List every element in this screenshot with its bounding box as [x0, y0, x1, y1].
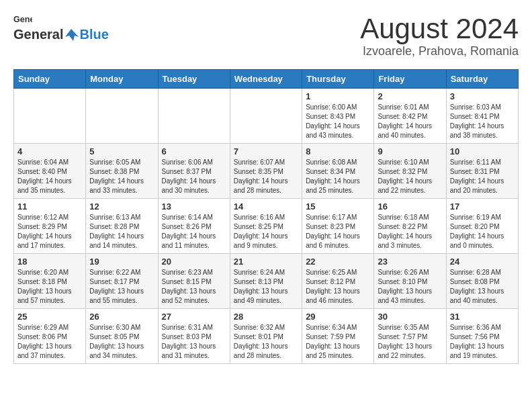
day-number: 14: [234, 201, 298, 212]
column-header-thursday: Thursday: [302, 70, 374, 89]
day-number: 20: [162, 257, 226, 267]
day-info: Sunrise: 6:14 AM Sunset: 8:26 PM Dayligh…: [162, 213, 226, 250]
calendar-cell: 5Sunrise: 6:05 AM Sunset: 8:38 PM Daylig…: [86, 144, 158, 199]
calendar-cell: [86, 89, 158, 144]
day-number: 11: [17, 201, 82, 212]
day-number: 25: [17, 312, 82, 322]
day-info: Sunrise: 6:35 AM Sunset: 7:57 PM Dayligh…: [378, 323, 442, 361]
column-header-saturday: Saturday: [446, 70, 518, 89]
day-info: Sunrise: 6:36 AM Sunset: 7:56 PM Dayligh…: [450, 323, 515, 361]
logo-general: General: [13, 27, 63, 42]
day-info: Sunrise: 6:16 AM Sunset: 8:25 PM Dayligh…: [234, 213, 298, 250]
day-info: Sunrise: 6:03 AM Sunset: 8:41 PM Dayligh…: [450, 103, 515, 140]
calendar-week-row: 4Sunrise: 6:04 AM Sunset: 8:40 PM Daylig…: [14, 144, 519, 199]
calendar-cell: 9Sunrise: 6:10 AM Sunset: 8:32 PM Daylig…: [374, 144, 446, 199]
calendar-cell: 7Sunrise: 6:07 AM Sunset: 8:35 PM Daylig…: [230, 144, 302, 199]
column-header-friday: Friday: [374, 70, 446, 89]
day-number: 1: [306, 91, 370, 101]
day-number: 19: [89, 257, 154, 267]
calendar-cell: 2Sunrise: 6:01 AM Sunset: 8:42 PM Daylig…: [374, 89, 446, 144]
calendar-table: SundayMondayTuesdayWednesdayThursdayFrid…: [13, 69, 519, 364]
calendar-cell: 14Sunrise: 6:16 AM Sunset: 8:25 PM Dayli…: [230, 199, 302, 254]
day-number: 15: [306, 201, 370, 212]
svg-marker-1: [65, 29, 79, 41]
calendar-cell: 31Sunrise: 6:36 AM Sunset: 7:56 PM Dayli…: [446, 309, 518, 364]
day-info: Sunrise: 6:07 AM Sunset: 8:35 PM Dayligh…: [234, 158, 298, 195]
day-number: 26: [89, 312, 154, 322]
calendar-cell: [158, 89, 230, 144]
svg-text:General: General: [13, 15, 32, 24]
day-number: 30: [378, 312, 442, 322]
day-info: Sunrise: 6:10 AM Sunset: 8:32 PM Dayligh…: [378, 158, 442, 195]
day-number: 6: [162, 146, 226, 156]
calendar-header-row: SundayMondayTuesdayWednesdayThursdayFrid…: [14, 70, 519, 89]
calendar-cell: 26Sunrise: 6:30 AM Sunset: 8:05 PM Dayli…: [86, 309, 158, 364]
day-info: Sunrise: 6:06 AM Sunset: 8:37 PM Dayligh…: [162, 158, 226, 195]
day-number: 21: [234, 257, 298, 267]
day-info: Sunrise: 6:24 AM Sunset: 8:13 PM Dayligh…: [234, 268, 298, 306]
calendar-week-row: 18Sunrise: 6:20 AM Sunset: 8:18 PM Dayli…: [14, 254, 519, 309]
day-info: Sunrise: 6:05 AM Sunset: 8:38 PM Dayligh…: [89, 158, 154, 195]
calendar-cell: 25Sunrise: 6:29 AM Sunset: 8:06 PM Dayli…: [14, 309, 86, 364]
calendar-week-row: 11Sunrise: 6:12 AM Sunset: 8:29 PM Dayli…: [14, 199, 519, 254]
day-info: Sunrise: 6:29 AM Sunset: 8:06 PM Dayligh…: [17, 323, 82, 361]
calendar-cell: 12Sunrise: 6:13 AM Sunset: 8:28 PM Dayli…: [86, 199, 158, 254]
title-section: August 2024 Izvoarele, Prahova, Romania: [360, 13, 519, 58]
day-number: 5: [89, 146, 154, 156]
calendar-cell: 1Sunrise: 6:00 AM Sunset: 8:43 PM Daylig…: [302, 89, 374, 144]
day-info: Sunrise: 6:01 AM Sunset: 8:42 PM Dayligh…: [378, 103, 442, 140]
day-number: 3: [450, 91, 515, 101]
day-info: Sunrise: 6:12 AM Sunset: 8:29 PM Dayligh…: [17, 213, 82, 250]
day-info: Sunrise: 6:13 AM Sunset: 8:28 PM Dayligh…: [89, 213, 154, 250]
calendar-cell: 16Sunrise: 6:18 AM Sunset: 8:22 PM Dayli…: [374, 199, 446, 254]
calendar-cell: 11Sunrise: 6:12 AM Sunset: 8:29 PM Dayli…: [14, 199, 86, 254]
calendar-cell: 6Sunrise: 6:06 AM Sunset: 8:37 PM Daylig…: [158, 144, 230, 199]
calendar-cell: 22Sunrise: 6:25 AM Sunset: 8:12 PM Dayli…: [302, 254, 374, 309]
day-info: Sunrise: 6:26 AM Sunset: 8:10 PM Dayligh…: [378, 268, 442, 306]
day-number: 13: [162, 201, 226, 212]
day-number: 4: [17, 146, 82, 156]
day-info: Sunrise: 6:30 AM Sunset: 8:05 PM Dayligh…: [89, 323, 154, 361]
calendar-cell: 28Sunrise: 6:32 AM Sunset: 8:01 PM Dayli…: [230, 309, 302, 364]
calendar-cell: 8Sunrise: 6:08 AM Sunset: 8:34 PM Daylig…: [302, 144, 374, 199]
calendar-cell: 27Sunrise: 6:31 AM Sunset: 8:03 PM Dayli…: [158, 309, 230, 364]
day-number: 27: [162, 312, 226, 322]
calendar-week-row: 1Sunrise: 6:00 AM Sunset: 8:43 PM Daylig…: [14, 89, 519, 144]
day-info: Sunrise: 6:11 AM Sunset: 8:31 PM Dayligh…: [450, 158, 515, 195]
day-info: Sunrise: 6:04 AM Sunset: 8:40 PM Dayligh…: [17, 158, 82, 195]
logo-bird-icon: [64, 28, 79, 42]
day-info: Sunrise: 6:22 AM Sunset: 8:17 PM Dayligh…: [89, 268, 154, 306]
logo: General General Blue: [13, 13, 109, 42]
calendar-cell: 4Sunrise: 6:04 AM Sunset: 8:40 PM Daylig…: [14, 144, 86, 199]
day-info: Sunrise: 6:31 AM Sunset: 8:03 PM Dayligh…: [162, 323, 226, 361]
day-number: 9: [378, 146, 442, 156]
day-info: Sunrise: 6:17 AM Sunset: 8:23 PM Dayligh…: [306, 213, 370, 250]
day-info: Sunrise: 6:20 AM Sunset: 8:18 PM Dayligh…: [17, 268, 82, 306]
day-number: 23: [378, 257, 442, 267]
calendar-cell: 13Sunrise: 6:14 AM Sunset: 8:26 PM Dayli…: [158, 199, 230, 254]
calendar-cell: [14, 89, 86, 144]
calendar-cell: 3Sunrise: 6:03 AM Sunset: 8:41 PM Daylig…: [446, 89, 518, 144]
day-info: Sunrise: 6:28 AM Sunset: 8:08 PM Dayligh…: [450, 268, 515, 306]
logo-blue: Blue: [79, 27, 108, 42]
calendar-cell: 15Sunrise: 6:17 AM Sunset: 8:23 PM Dayli…: [302, 199, 374, 254]
column-header-sunday: Sunday: [14, 70, 86, 89]
day-number: 8: [306, 146, 370, 156]
calendar-cell: [230, 89, 302, 144]
column-header-monday: Monday: [86, 70, 158, 89]
day-info: Sunrise: 6:25 AM Sunset: 8:12 PM Dayligh…: [306, 268, 370, 306]
day-number: 7: [234, 146, 298, 156]
calendar-cell: 21Sunrise: 6:24 AM Sunset: 8:13 PM Dayli…: [230, 254, 302, 309]
day-number: 18: [17, 257, 82, 267]
day-number: 29: [306, 312, 370, 322]
calendar-cell: 18Sunrise: 6:20 AM Sunset: 8:18 PM Dayli…: [14, 254, 86, 309]
calendar-cell: 29Sunrise: 6:34 AM Sunset: 7:59 PM Dayli…: [302, 309, 374, 364]
calendar-cell: 24Sunrise: 6:28 AM Sunset: 8:08 PM Dayli…: [446, 254, 518, 309]
day-info: Sunrise: 6:19 AM Sunset: 8:20 PM Dayligh…: [450, 213, 515, 250]
day-number: 16: [378, 201, 442, 212]
column-header-wednesday: Wednesday: [230, 70, 302, 89]
day-info: Sunrise: 6:08 AM Sunset: 8:34 PM Dayligh…: [306, 158, 370, 195]
day-info: Sunrise: 6:23 AM Sunset: 8:15 PM Dayligh…: [162, 268, 226, 306]
day-number: 17: [450, 201, 515, 212]
calendar-cell: 23Sunrise: 6:26 AM Sunset: 8:10 PM Dayli…: [374, 254, 446, 309]
